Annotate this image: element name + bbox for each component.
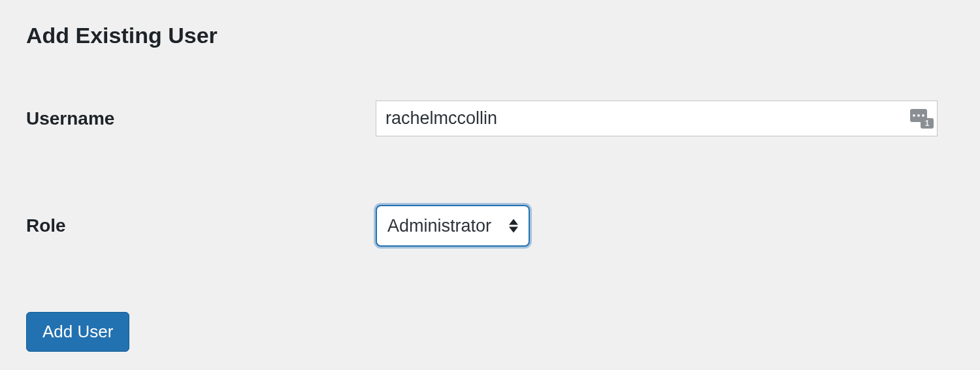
svg-point-1 [913,114,915,117]
role-select-wrap: Administrator [376,205,530,247]
password-manager-icon: 1 [910,109,934,129]
username-row: Username 1 [26,100,954,136]
svg-point-3 [922,114,924,117]
page-title: Add Existing User [26,23,954,48]
username-label: Username [26,108,376,129]
svg-point-2 [917,114,920,117]
svg-text:1: 1 [925,119,930,128]
username-input-wrap: 1 [376,100,938,136]
role-select[interactable]: Administrator [376,205,530,247]
role-label: Role [26,215,376,236]
role-row: Role Administrator [26,205,954,247]
add-user-button[interactable]: Add User [26,312,129,352]
username-input[interactable] [376,100,938,136]
